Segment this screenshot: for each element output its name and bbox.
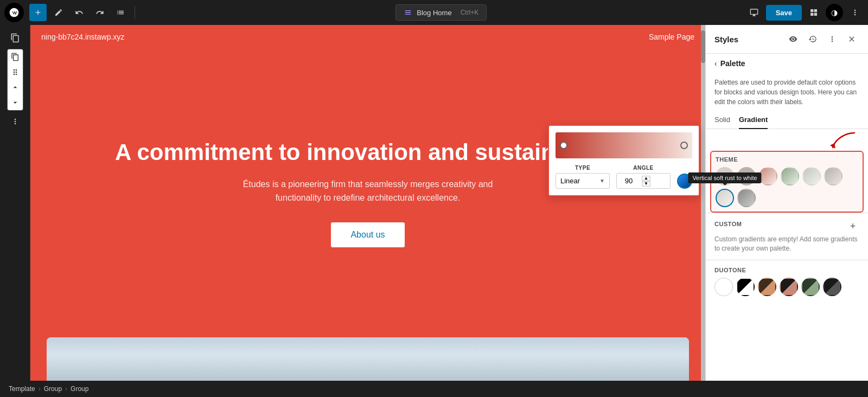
- move-up-button[interactable]: [8, 80, 23, 95]
- gradient-controls: TYPE Linear ▼ ANGLE ▲ ▼: [556, 165, 692, 189]
- breadcrumb-group-1[interactable]: Group: [44, 385, 62, 393]
- hero-section: A commitment to innovation and sustainab…: [30, 49, 705, 337]
- panel-history-button[interactable]: [805, 31, 820, 47]
- custom-section-header: CUSTOM +: [714, 220, 859, 233]
- duotone-swatch-2[interactable]: [736, 278, 755, 296]
- tab-gradient[interactable]: Gradient: [739, 111, 768, 129]
- save-button[interactable]: Save: [766, 5, 802, 21]
- sample-page-link[interactable]: Sample Page: [649, 33, 694, 41]
- desktop-view-button[interactable]: [745, 4, 763, 21]
- toolbar-separator: [135, 6, 135, 19]
- site-url-bar: ning-bb7c24.instawp.xyz Sample Page: [30, 25, 705, 49]
- add-block-button[interactable]: [29, 4, 47, 21]
- duotone-swatch-4[interactable]: [780, 278, 798, 296]
- gradient-type-select[interactable]: Linear ▼: [556, 173, 610, 189]
- theme-toggle-button[interactable]: ◑: [826, 4, 843, 21]
- panel-more-button[interactable]: [825, 31, 840, 47]
- blog-home-button[interactable]: Blog Home Ctrl+K: [395, 4, 487, 21]
- gradient-picker-popup: TYPE Linear ▼ ANGLE ▲ ▼: [548, 125, 700, 196]
- angle-up-button[interactable]: ▲: [642, 176, 650, 181]
- canvas-scrollbar[interactable]: [701, 25, 705, 381]
- chevron-down-icon: ▼: [599, 178, 605, 184]
- theme-swatch-6[interactable]: [824, 167, 843, 185]
- duotone-section: DUOTONE: [706, 260, 868, 306]
- wordpress-logo[interactable]: [4, 3, 24, 22]
- panel-title: Styles: [714, 35, 781, 44]
- move-down-button[interactable]: [8, 95, 23, 110]
- breadcrumb-sep-2: ›: [65, 385, 67, 393]
- gradient-preview[interactable]: [556, 132, 692, 158]
- breadcrumb-template[interactable]: Template: [9, 385, 35, 393]
- top-toolbar: Blog Home Ctrl+K Save ◑: [0, 0, 868, 25]
- theme-label: THEME: [716, 156, 858, 163]
- list-view-button[interactable]: [112, 4, 129, 21]
- panel-eye-button[interactable]: [786, 31, 801, 47]
- hero-subtitle: Études is a pioneering firm that seamles…: [227, 177, 509, 205]
- duplicate-button[interactable]: [8, 49, 23, 65]
- color-circle-button[interactable]: [677, 174, 692, 189]
- layout-button[interactable]: [805, 4, 822, 21]
- theme-swatch-1[interactable]: [716, 167, 734, 185]
- canvas-wrapper: ning-bb7c24.instawp.xyz Sample Page A co…: [30, 25, 705, 381]
- custom-section: CUSTOM + Custom gradients are empty! Add…: [706, 213, 868, 260]
- duotone-swatch-6[interactable]: [823, 278, 841, 296]
- custom-description: Custom gradients are empty! Add some gra…: [714, 235, 859, 253]
- right-panel: Styles ‹ Palette Palettes are used to pr…: [705, 25, 868, 381]
- theme-swatch-4[interactable]: [781, 167, 799, 185]
- tab-solid[interactable]: Solid: [714, 111, 730, 129]
- gradient-swatch-active[interactable]: Vertical soft rust to white: [716, 189, 734, 207]
- breadcrumb-sep-1: ›: [39, 385, 41, 393]
- blog-home-label: Blog Home: [417, 9, 451, 17]
- gradient-type-value: Linear: [560, 177, 580, 185]
- about-us-button[interactable]: About us: [331, 222, 404, 247]
- gradient-handle-left[interactable]: [560, 142, 567, 149]
- theme-swatches-row2: Vertical soft rust to white: [716, 189, 858, 207]
- scrollbar-thumb[interactable]: [701, 30, 705, 63]
- type-control-group: TYPE Linear ▼: [556, 165, 610, 189]
- photo-section-wrapper: [30, 337, 705, 381]
- duotone-swatch-1[interactable]: [714, 278, 733, 296]
- angle-arrows: ▲ ▼: [641, 175, 652, 188]
- hero-title: A commitment to innovation and sustainab…: [115, 139, 621, 166]
- panel-tabs: Solid Gradient: [706, 111, 868, 129]
- redo-button[interactable]: [91, 4, 108, 21]
- arrow-annotation: [706, 129, 868, 151]
- angle-down-button[interactable]: ▼: [642, 181, 650, 187]
- theme-swatch-2[interactable]: [737, 167, 756, 185]
- breadcrumb: Template › Group › Group: [0, 381, 868, 397]
- undo-button[interactable]: [71, 4, 88, 21]
- back-nav[interactable]: ‹ Palette: [706, 54, 868, 73]
- gradient-handle-right[interactable]: [680, 142, 688, 149]
- add-gradient-button[interactable]: +: [846, 220, 859, 233]
- copy-block-button[interactable]: [7, 29, 24, 47]
- duotone-label: DUOTONE: [714, 267, 859, 273]
- more-options-button[interactable]: [846, 4, 864, 21]
- duotone-swatch-5[interactable]: [801, 278, 820, 296]
- angle-value-input[interactable]: [617, 174, 641, 188]
- edit-tool-button[interactable]: [50, 4, 67, 21]
- theme-swatch-5[interactable]: [802, 167, 821, 185]
- back-chevron-icon: ‹: [714, 59, 717, 68]
- photo-section: [47, 337, 689, 381]
- custom-label: CUSTOM: [714, 221, 742, 227]
- panel-close-button[interactable]: [844, 31, 859, 47]
- back-label: Palette: [720, 59, 745, 68]
- photo-overlay: [47, 337, 689, 381]
- angle-control-group: ANGLE ▲ ▼: [616, 165, 671, 189]
- panel-header: Styles: [706, 25, 868, 54]
- duotone-swatch-3[interactable]: [758, 278, 776, 296]
- annotation-arrow-icon: [825, 130, 857, 151]
- block-controls: [7, 49, 23, 111]
- drag-handle-button[interactable]: [8, 65, 23, 80]
- site-url: ning-bb7c24.instawp.xyz: [41, 33, 124, 41]
- block-options-button[interactable]: [7, 113, 24, 130]
- toolbar-center: Blog Home Ctrl+K: [141, 4, 742, 21]
- angle-label: ANGLE: [616, 165, 671, 171]
- breadcrumb-group-2[interactable]: Group: [71, 385, 88, 393]
- gradient-swatch-2[interactable]: [737, 189, 756, 207]
- theme-swatch-3[interactable]: [759, 167, 777, 185]
- theme-section: THEME Vertical soft rust to white: [710, 151, 864, 213]
- theme-swatches-row1: [716, 167, 858, 185]
- main-area: ning-bb7c24.instawp.xyz Sample Page A co…: [0, 25, 868, 381]
- angle-input: ▲ ▼: [616, 173, 671, 189]
